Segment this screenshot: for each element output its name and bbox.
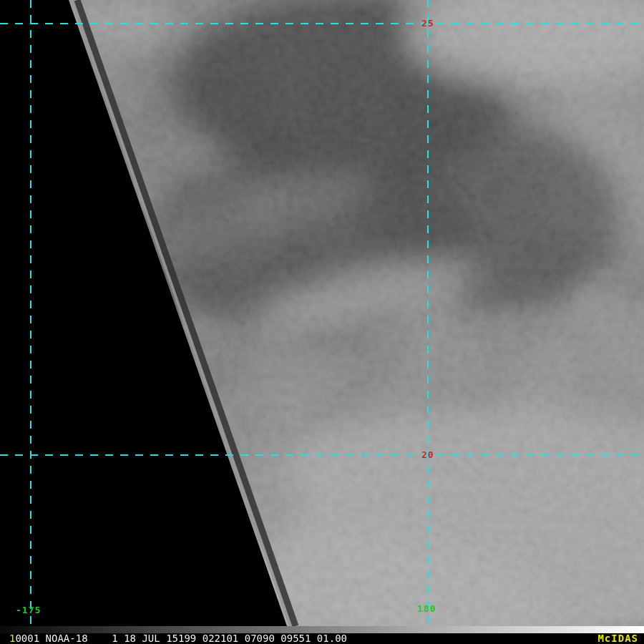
mcidas-brand-label: McIDAS: [597, 633, 644, 644]
latitude-label-25: 25: [421, 19, 434, 28]
image-info-text: 0001 NOAA-18 1 18 JUL 15199 022101 07090…: [15, 633, 347, 644]
satellite-image-display[interactable]: 25 20 -175 180: [0, 0, 644, 626]
longitude-label-minus-175: -175: [16, 605, 41, 615]
grid-line-longitude-minus-175: [30, 0, 31, 631]
grid-line-longitude-180: [427, 0, 429, 631]
mcidas-window: 25 20 -175 180 1 0001 NOAA-18 1 18 JUL 1…: [0, 0, 644, 644]
longitude-label-180: 180: [417, 604, 436, 613]
frame-number: 1: [0, 633, 15, 644]
status-bar: 1 0001 NOAA-18 1 18 JUL 15199 022101 070…: [0, 633, 644, 644]
satellite-cloud-image: [0, 0, 644, 626]
latitude-label-20: 20: [421, 450, 434, 459]
grid-line-latitude-25: [0, 23, 644, 24]
grid-line-latitude-20: [0, 454, 644, 456]
